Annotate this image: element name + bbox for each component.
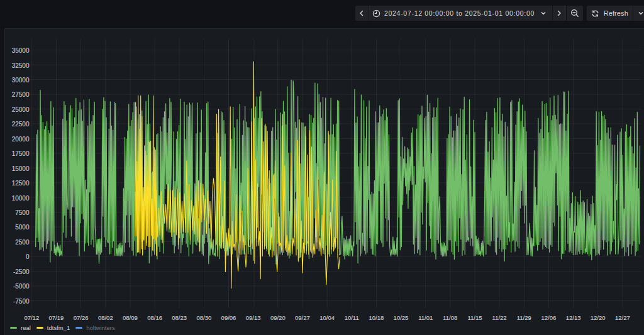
svg-text:27500: 27500 <box>12 91 30 98</box>
svg-text:08/23: 08/23 <box>172 314 187 321</box>
svg-text:11/29: 11/29 <box>517 314 531 321</box>
svg-text:08/09: 08/09 <box>123 314 138 321</box>
svg-text:-7500: -7500 <box>13 298 30 305</box>
svg-text:35000: 35000 <box>12 47 30 54</box>
svg-text:11/08: 11/08 <box>443 314 457 321</box>
svg-text:0: 0 <box>26 253 30 260</box>
svg-text:10/11: 10/11 <box>345 314 359 321</box>
svg-text:15000: 15000 <box>12 165 30 172</box>
svg-text:08/16: 08/16 <box>147 314 162 321</box>
svg-text:17500: 17500 <box>12 150 30 157</box>
svg-text:10/25: 10/25 <box>394 314 409 321</box>
svg-text:12/06: 12/06 <box>541 314 557 321</box>
svg-text:11/15: 11/15 <box>467 314 482 321</box>
svg-text:10/18: 10/18 <box>369 314 384 321</box>
svg-text:11/01: 11/01 <box>418 314 433 321</box>
svg-text:08/30: 08/30 <box>197 314 212 321</box>
svg-text:7500: 7500 <box>15 209 30 216</box>
svg-text:09/20: 09/20 <box>270 314 286 321</box>
svg-text:09/13: 09/13 <box>246 314 261 321</box>
svg-text:22500: 22500 <box>12 121 30 128</box>
svg-text:12/27: 12/27 <box>615 314 630 321</box>
svg-text:-2500: -2500 <box>13 268 30 275</box>
svg-text:5000: 5000 <box>15 224 30 231</box>
svg-text:07/12: 07/12 <box>24 314 39 321</box>
svg-text:08/02: 08/02 <box>98 314 113 321</box>
svg-text:12500: 12500 <box>12 180 30 187</box>
svg-text:30000: 30000 <box>12 77 30 84</box>
svg-text:2500: 2500 <box>15 239 30 246</box>
svg-text:10/04: 10/04 <box>319 314 335 321</box>
svg-text:07/26: 07/26 <box>74 314 89 321</box>
svg-text:25000: 25000 <box>12 106 30 113</box>
svg-text:11/22: 11/22 <box>492 314 507 321</box>
svg-text:12/13: 12/13 <box>566 314 581 321</box>
svg-text:32500: 32500 <box>12 62 30 69</box>
svg-text:09/27: 09/27 <box>295 314 310 321</box>
svg-text:20000: 20000 <box>12 136 30 143</box>
svg-text:07/19: 07/19 <box>49 314 64 321</box>
svg-text:12/20: 12/20 <box>591 314 606 321</box>
svg-text:10000: 10000 <box>12 195 30 202</box>
svg-text:09/06: 09/06 <box>221 314 236 321</box>
svg-text:-5000: -5000 <box>13 283 30 290</box>
